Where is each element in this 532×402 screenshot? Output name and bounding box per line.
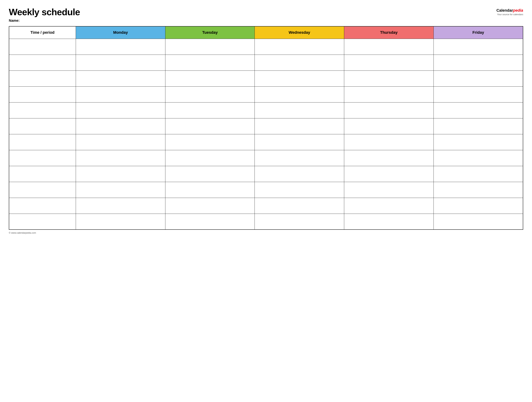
time-cell[interactable] [9, 39, 76, 55]
schedule-cell[interactable] [76, 118, 165, 134]
schedule-cell[interactable] [165, 134, 255, 150]
schedule-cell[interactable] [255, 182, 344, 198]
time-cell[interactable] [9, 134, 76, 150]
schedule-cell[interactable] [255, 71, 344, 86]
schedule-cell[interactable] [165, 150, 255, 166]
table-row [9, 214, 523, 230]
table-row [9, 71, 523, 86]
footer-url: © www.calendarpedia.com [9, 232, 523, 234]
table-row [9, 150, 523, 166]
schedule-cell[interactable] [76, 86, 165, 102]
col-header-wednesday: Wednesday [255, 26, 344, 39]
schedule-cell[interactable] [344, 55, 434, 71]
schedule-cell[interactable] [255, 118, 344, 134]
schedule-cell[interactable] [165, 55, 255, 71]
page-header: Weekly schedule Name: Calendarpedia Your… [9, 7, 523, 23]
schedule-cell[interactable] [255, 134, 344, 150]
schedule-cell[interactable] [76, 182, 165, 198]
schedule-cell[interactable] [76, 198, 165, 214]
schedule-cell[interactable] [433, 71, 523, 86]
schedule-cell[interactable] [165, 102, 255, 118]
schedule-cell[interactable] [76, 150, 165, 166]
time-cell[interactable] [9, 182, 76, 198]
table-row [9, 134, 523, 150]
table-row [9, 182, 523, 198]
schedule-cell[interactable] [433, 86, 523, 102]
schedule-cell[interactable] [165, 166, 255, 182]
schedule-cell[interactable] [255, 166, 344, 182]
name-label: Name: [9, 19, 80, 23]
schedule-cell[interactable] [344, 102, 434, 118]
schedule-cell[interactable] [165, 182, 255, 198]
time-cell[interactable] [9, 166, 76, 182]
header-row: Time / period Monday Tuesday Wednesday T… [9, 26, 523, 39]
schedule-cell[interactable] [344, 166, 434, 182]
time-cell[interactable] [9, 71, 76, 86]
schedule-cell[interactable] [165, 214, 255, 230]
schedule-cell[interactable] [76, 39, 165, 55]
schedule-cell[interactable] [433, 102, 523, 118]
schedule-cell[interactable] [344, 134, 434, 150]
time-cell[interactable] [9, 150, 76, 166]
schedule-cell[interactable] [433, 39, 523, 55]
schedule-cell[interactable] [433, 198, 523, 214]
schedule-cell[interactable] [344, 39, 434, 55]
schedule-cell[interactable] [344, 198, 434, 214]
schedule-cell[interactable] [433, 134, 523, 150]
page-title: Weekly schedule [9, 7, 80, 17]
schedule-cell[interactable] [255, 86, 344, 102]
logo-calendar-text: Calendar [496, 8, 513, 13]
schedule-cell[interactable] [76, 214, 165, 230]
table-row [9, 55, 523, 71]
time-cell[interactable] [9, 118, 76, 134]
schedule-cell[interactable] [255, 214, 344, 230]
schedule-cell[interactable] [255, 55, 344, 71]
schedule-cell[interactable] [433, 150, 523, 166]
time-cell[interactable] [9, 86, 76, 102]
schedule-cell[interactable] [255, 198, 344, 214]
schedule-cell[interactable] [433, 118, 523, 134]
col-header-friday: Friday [433, 26, 523, 39]
schedule-cell[interactable] [165, 71, 255, 86]
col-header-thursday: Thursday [344, 26, 434, 39]
schedule-cell[interactable] [255, 39, 344, 55]
time-cell[interactable] [9, 102, 76, 118]
schedule-cell[interactable] [433, 55, 523, 71]
table-row [9, 118, 523, 134]
schedule-cell[interactable] [165, 39, 255, 55]
schedule-cell[interactable] [165, 198, 255, 214]
logo-tagline: Your source for calendars [496, 13, 523, 16]
schedule-cell[interactable] [76, 55, 165, 71]
schedule-cell[interactable] [433, 214, 523, 230]
table-row [9, 198, 523, 214]
time-cell[interactable] [9, 198, 76, 214]
table-row [9, 166, 523, 182]
col-header-monday: Monday [76, 26, 165, 39]
schedule-cell[interactable] [344, 86, 434, 102]
table-row [9, 86, 523, 102]
schedule-cell[interactable] [255, 102, 344, 118]
table-row [9, 102, 523, 118]
schedule-cell[interactable] [165, 86, 255, 102]
col-header-tuesday: Tuesday [165, 26, 255, 39]
logo-block: Calendarpedia Your source for calendars [496, 7, 523, 16]
schedule-cell[interactable] [433, 166, 523, 182]
schedule-cell[interactable] [344, 118, 434, 134]
time-cell[interactable] [9, 214, 76, 230]
schedule-cell[interactable] [344, 150, 434, 166]
schedule-cell[interactable] [433, 182, 523, 198]
schedule-cell[interactable] [76, 166, 165, 182]
schedule-cell[interactable] [76, 134, 165, 150]
title-block: Weekly schedule Name: [9, 7, 80, 23]
logo-italic-text: pedia [513, 8, 523, 13]
schedule-cell[interactable] [165, 118, 255, 134]
logo-text: Calendarpedia [496, 8, 523, 13]
time-cell[interactable] [9, 55, 76, 71]
schedule-cell[interactable] [344, 214, 434, 230]
col-header-time: Time / period [9, 26, 76, 39]
schedule-cell[interactable] [344, 182, 434, 198]
schedule-cell[interactable] [344, 71, 434, 86]
schedule-cell[interactable] [76, 102, 165, 118]
schedule-cell[interactable] [76, 71, 165, 86]
schedule-cell[interactable] [255, 150, 344, 166]
